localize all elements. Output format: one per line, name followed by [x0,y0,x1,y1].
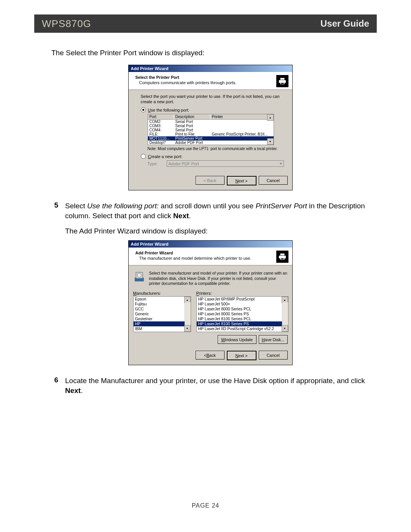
wizard2-titlebar: Add Printer Wizard [129,241,292,248]
list-item[interactable]: HP LaserJet 6P/6MP PostScript [197,297,288,302]
list-item[interactable]: IBM [134,326,191,331]
wizard1-header-band: Select the Printer Port Computers commun… [129,72,292,90]
screenshot-2: Add Printer Wizard Add Printer Wizard Th… [51,240,369,365]
step-number: 5 [51,201,58,236]
manufacturers-label: Manufacturers: [133,291,191,296]
add-printer-wizard-port: Add Printer Wizard Select the Printer Po… [128,65,293,191]
port-note: Note: Most computers use the LPT1: port … [148,147,284,151]
wizard2-lists: Manufacturers: Epson Fujitsu GCC Generic… [133,291,288,332]
list-item-selected[interactable]: HP LaserJet 8100 Series PS [197,321,288,326]
wizard1-band-subtitle: Computers communicate with printers thro… [139,80,276,85]
wizard2-footer: < Back Next > Cancel [129,347,292,365]
wizard2-body: Select the manufacturer and model of you… [129,265,292,347]
cancel-button[interactable]: Cancel [259,176,288,185]
col-description: Description [174,114,210,120]
document-page: WPS870G User Guide The Select the Printe… [0,0,411,532]
port-row: COM3:Serial Port [148,124,274,128]
wizard1-instruction: Select the port you want your printer to… [141,94,284,105]
screenshot-1: Add Printer Wizard Select the Printer Po… [51,65,369,191]
step-5-after: The Add Printer Wizard window is display… [65,227,208,235]
intro-text-1: The Select the Printer Port window is di… [51,48,369,58]
scrollbar-track[interactable] [185,302,191,326]
radio-use-following-port[interactable]: Use the following port: [141,107,284,112]
wizard2-band-title: Add Printer Wizard [135,251,276,255]
col-port: Port [148,114,174,120]
doc-type: User Guide [320,18,369,29]
step-5: 5 Select Use the following port: and scr… [51,201,369,236]
port-row: Desktop\*Adobe PDF Port [148,141,274,145]
install-disk-icon [133,271,145,283]
list-item[interactable]: HP LaserJet 8000 Series PS [197,312,288,316]
port-row: COM4:Serial Port [148,128,274,132]
wizard1-titlebar: Add Printer Wizard [129,65,292,72]
step-5-text: Select Use the following port: and scrol… [65,201,369,236]
back-button[interactable]: < Back [196,351,225,359]
list-item[interactable]: Gestetner [134,316,191,321]
page-header: WPS870G User Guide [34,14,377,33]
port-row: FILE:Print to FileGeneric PostScript Pri… [148,132,274,136]
scroll-up-button[interactable]: ▴ [267,114,274,121]
wizard1-body: Select the port you want your printer to… [129,90,292,173]
page-number: PAGE 24 [0,502,411,509]
port-list[interactable]: Port Description Printer COM2:Serial Por… [148,114,274,145]
chevron-down-icon: ▾ [280,161,282,166]
printers-label: Printers: [196,291,288,296]
wizard1-footer: < Back Next > Cancel [129,172,292,190]
wizard1-band-title: Select the Printer Port [135,75,276,80]
list-item[interactable]: HP LaserJet 8000 Series PCL [197,307,288,312]
scroll-down-button[interactable]: ▾ [282,325,288,332]
wizard2-mid-buttons: Windows Update Have Disk... [133,335,288,344]
port-type-value: Adobe PDF Port [169,161,199,166]
col-printer: Printer [210,114,268,120]
wizard2-band-subtitle: The manufacturer and model determine whi… [139,256,276,260]
radio-unselected-icon [141,154,146,159]
step-6-text: Locate the Manufacturer and your printer… [65,376,369,395]
list-item[interactable]: HP LaserJet 8100 Series PCL [197,316,288,321]
back-button[interactable]: < Back [196,176,225,185]
list-item[interactable]: Epson [134,297,191,302]
step-6: 6 Locate the Manufacturer and your print… [51,376,369,395]
step-number: 6 [51,376,58,395]
scroll-down-button[interactable]: ▾ [184,325,191,332]
list-item[interactable]: GCC [134,307,191,312]
list-item-selected[interactable]: HP [134,321,191,326]
page-content: The Select the Printer Port window is di… [51,48,369,395]
next-button[interactable]: Next > [227,351,256,360]
radio-create-label: reate a new port: [151,154,182,159]
cancel-button[interactable]: Cancel [259,351,288,359]
radio-create-new-port[interactable]: Create a new port: [141,154,284,159]
scrollbar-track[interactable] [282,302,288,326]
add-printer-wizard-model: Add Printer Wizard Add Printer Wizard Th… [128,240,293,365]
port-list-header: Port Description Printer [148,114,274,120]
wizard2-header-band: Add Printer Wizard The manufacturer and … [129,248,292,265]
product-model: WPS870G [42,18,91,30]
manufacturers-listbox[interactable]: Epson Fujitsu GCC Generic Gestetner HP I… [133,296,191,332]
list-item[interactable]: Generic [134,312,191,316]
printers-listbox[interactable]: HP LaserJet 6P/6MP PostScript HP LaserJe… [196,296,288,332]
port-row-selected: MOT1110...PrintServer Port [148,136,274,141]
printer-icon [276,75,288,87]
radio-use-label: se the following port: [151,108,189,112]
have-disk-button[interactable]: Have Disk... [259,335,288,344]
radio-selected-icon [141,107,146,112]
type-label: Type: [148,161,163,166]
list-item[interactable]: Fujitsu [134,302,191,307]
port-type-row: Type: Adobe PDF Port ▾ [148,160,284,167]
svg-point-2 [137,273,141,277]
wizard2-instruction: Select the manufacturer and model of you… [149,271,288,286]
windows-update-button[interactable]: Windows Update [218,335,256,344]
next-button[interactable]: Next > [227,176,256,185]
port-row: COM2:Serial Port [148,120,274,124]
list-item[interactable]: HP LaserJet IID PostScript Cartridge v52… [197,326,288,331]
list-item[interactable]: HP LaserJet 500+ [197,302,288,307]
port-type-select[interactable]: Adobe PDF Port ▾ [167,160,284,167]
printer-icon [276,251,288,263]
scroll-down-button[interactable]: ▾ [267,138,274,145]
